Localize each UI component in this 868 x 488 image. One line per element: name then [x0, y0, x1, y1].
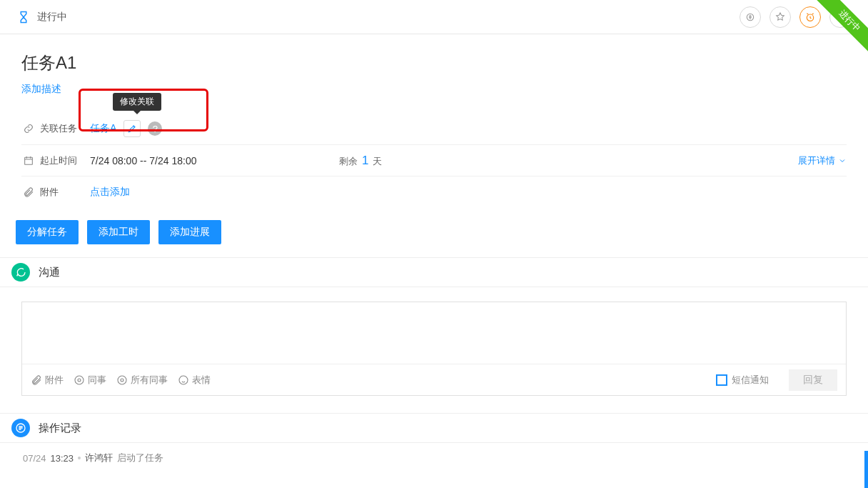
edit-related-tooltip: 修改关联: [113, 93, 161, 111]
add-attachment-link[interactable]: 点击添加: [90, 186, 130, 199]
alarm-icon-button[interactable]: [799, 6, 821, 28]
bug-icon-button[interactable]: [740, 6, 761, 28]
related-task-link[interactable]: 任务A: [90, 122, 116, 135]
topbar: 进行中: [0, 0, 868, 34]
add-progress-button[interactable]: 添加进展: [158, 220, 221, 244]
log-separator-icon: [78, 457, 81, 459]
reply-button[interactable]: 回复: [789, 369, 837, 391]
communication-title: 沟通: [39, 266, 60, 279]
related-label: 关联任务: [40, 122, 90, 135]
log-header: 操作记录: [0, 413, 868, 443]
svg-point-4: [78, 379, 81, 382]
toolbar-all-colleagues[interactable]: 所有同事: [116, 374, 168, 387]
status-label: 进行中: [37, 11, 67, 24]
sms-notify-checkbox[interactable]: 短信通知: [716, 374, 769, 387]
link-icon: [21, 123, 36, 134]
svg-point-7: [179, 376, 188, 384]
time-label: 起止时间: [40, 154, 90, 167]
remaining-text: 剩余 1 天: [339, 154, 382, 168]
edit-related-button[interactable]: [123, 120, 141, 137]
decompose-task-button[interactable]: 分解任务: [16, 220, 79, 244]
expand-detail-link[interactable]: 展开详情: [798, 154, 847, 167]
time-value: 7/24 08:00 -- 7/24 18:00: [90, 155, 196, 166]
add-description-link[interactable]: 添加描述: [21, 83, 61, 96]
scroll-accent: [864, 451, 868, 488]
calendar-icon: [21, 155, 36, 166]
svg-point-5: [118, 376, 126, 384]
paperclip-icon: [21, 186, 36, 198]
log-icon: [11, 419, 30, 437]
star-icon-button[interactable]: [769, 6, 791, 28]
add-hours-button[interactable]: 添加工时: [87, 220, 150, 244]
log-title: 操作记录: [39, 422, 81, 435]
comment-textarea[interactable]: [22, 302, 846, 364]
log-entry: 07/24 13:23 许鸿轩 启动了任务: [21, 452, 847, 464]
hourglass-icon: [17, 11, 30, 24]
log-action: 启动了任务: [117, 452, 163, 464]
log-user: 许鸿轩: [85, 452, 113, 464]
toolbar-colleague[interactable]: 同事: [74, 374, 106, 387]
help-icon[interactable]: ?: [148, 121, 162, 136]
task-title: 任务A1: [21, 51, 847, 74]
communication-header: 沟通: [0, 257, 868, 287]
log-time: 13:23: [51, 453, 74, 464]
toolbar-attachment[interactable]: 附件: [31, 374, 64, 387]
log-date: 07/24: [23, 453, 46, 464]
svg-point-6: [121, 379, 123, 382]
svg-point-3: [75, 376, 84, 384]
checkbox-icon: [716, 374, 727, 386]
comment-box: 附件 同事 所有同事 表情 短信通知 回复: [21, 302, 847, 396]
chat-icon: [11, 263, 30, 282]
toolbar-emoji[interactable]: 表情: [178, 374, 211, 387]
attachment-label: 附件: [40, 186, 90, 199]
svg-rect-2: [25, 157, 33, 164]
